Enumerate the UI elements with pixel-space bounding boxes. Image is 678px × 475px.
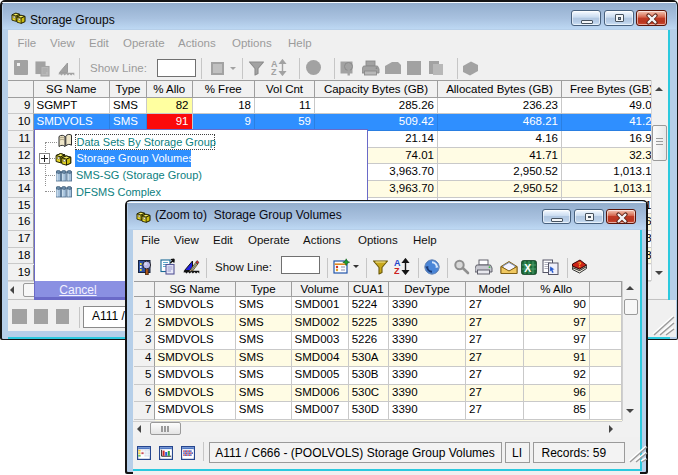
svg-text:Z: Z [271, 67, 277, 76]
svg-text:Z: Z [394, 266, 400, 275]
svg-text:X: X [524, 261, 531, 273]
